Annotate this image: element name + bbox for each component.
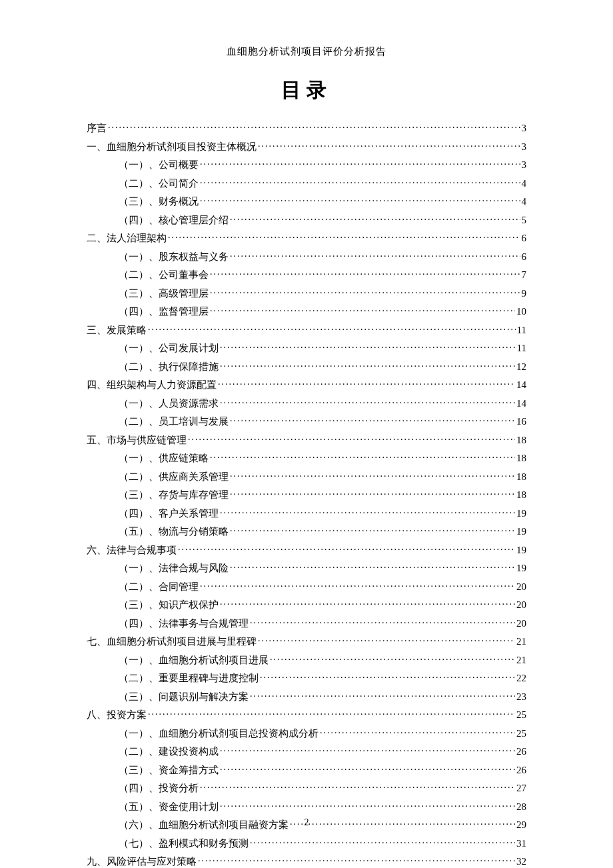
toc-entry-page: 3 — [522, 160, 527, 170]
toc-entry[interactable]: （五）、资金使用计划28 — [87, 800, 526, 812]
toc-entry-label: 九、风险评估与应对策略 — [87, 857, 197, 867]
toc-entry[interactable]: 四、组织架构与人力资源配置14 — [87, 378, 526, 390]
toc-entry[interactable]: （一）、血细胞分析试剂项目总投资构成分析25 — [87, 727, 526, 739]
toc-entry[interactable]: 八、投资方案25 — [87, 708, 526, 720]
toc-entry-page: 23 — [516, 692, 526, 702]
toc-entry-label: （二）、重要里程碑与进度控制 — [119, 673, 259, 683]
toc-entry-label: （三）、财务概况 — [119, 197, 199, 207]
toc-entry[interactable]: （一）、人员资源需求14 — [87, 397, 526, 409]
toc-entry-page: 18 — [516, 490, 526, 500]
toc-entry-page: 20 — [516, 582, 526, 592]
toc-entry-label: （一）、股东权益与义务 — [119, 252, 229, 262]
toc-leader-dots — [250, 690, 515, 700]
toc-leader-dots — [258, 635, 515, 645]
toc-entry[interactable]: （七）、盈利模式和财务预测31 — [87, 837, 526, 849]
toc-entry[interactable]: （一）、血细胞分析试剂项目进展21 — [87, 653, 526, 665]
table-of-contents: 序言3一、血细胞分析试剂项目投资主体概况3（一）、公司概要3（二）、公司简介4（… — [87, 121, 526, 868]
toc-entry[interactable]: （三）、财务概况4 — [87, 195, 526, 207]
toc-entry-page: 28 — [516, 802, 526, 812]
toc-entry[interactable]: 一、血细胞分析试剂项目投资主体概况3 — [87, 140, 526, 152]
toc-entry-page: 19 — [516, 509, 526, 519]
toc-entry-page: 25 — [516, 729, 526, 739]
toc-entry-label: 四、组织架构与人力资源配置 — [87, 380, 217, 390]
toc-leader-dots — [210, 268, 520, 278]
toc-entry-label: （二）、公司董事会 — [119, 270, 209, 280]
toc-entry[interactable]: 六、法律与合规事项19 — [87, 543, 526, 555]
document-page: 血细胞分析试剂项目评价分析报告 目录 序言3一、血细胞分析试剂项目投资主体概况3… — [0, 0, 613, 868]
toc-entry[interactable]: （四）、投资分析27 — [87, 781, 526, 793]
toc-entry-label: （五）、物流与分销策略 — [119, 527, 229, 537]
toc-entry[interactable]: 序言3 — [87, 121, 526, 133]
toc-leader-dots — [200, 158, 520, 168]
toc-entry[interactable]: （二）、合同管理20 — [87, 580, 526, 592]
toc-leader-dots — [258, 140, 520, 150]
toc-entry[interactable]: 九、风险评估与应对策略32 — [87, 855, 526, 867]
toc-entry-page: 19 — [516, 527, 526, 537]
toc-entry[interactable]: 五、市场与供应链管理18 — [87, 433, 526, 445]
toc-entry-label: （二）、执行保障措施 — [119, 362, 219, 372]
toc-entry[interactable]: （二）、建设投资构成26 — [87, 745, 526, 757]
toc-leader-dots — [230, 213, 520, 223]
page-running-header: 血细胞分析试剂项目评价分析报告 — [87, 45, 526, 58]
toc-leader-dots — [188, 433, 515, 443]
toc-entry[interactable]: （一）、公司概要3 — [87, 158, 526, 170]
toc-entry[interactable]: 七、血细胞分析试剂项目进展与里程碑21 — [87, 635, 526, 647]
toc-entry[interactable]: 二、法人治理架构6 — [87, 231, 526, 243]
toc-entry[interactable]: （三）、存货与库存管理18 — [87, 488, 526, 500]
toc-entry[interactable]: （一）、供应链策略18 — [87, 451, 526, 463]
toc-entry-label: （一）、公司发展计划 — [119, 343, 219, 353]
toc-entry-page: 22 — [516, 673, 526, 683]
toc-leader-dots — [230, 488, 515, 498]
toc-leader-dots — [198, 855, 515, 865]
toc-leader-dots — [148, 708, 515, 718]
toc-entry-page: 3 — [522, 123, 527, 133]
toc-entry-page: 19 — [516, 563, 526, 573]
toc-entry[interactable]: （三）、知识产权保护20 — [87, 598, 526, 610]
toc-entry-label: （一）、供应链策略 — [119, 453, 209, 463]
toc-leader-dots — [220, 397, 515, 407]
toc-leader-dots — [168, 231, 520, 241]
toc-entry[interactable]: （四）、客户关系管理19 — [87, 507, 526, 519]
toc-entry[interactable]: （三）、问题识别与解决方案23 — [87, 690, 526, 702]
toc-entry[interactable]: （一）、公司发展计划11 — [87, 341, 526, 353]
toc-entry-page: 27 — [516, 783, 526, 793]
toc-entry-label: （二）、员工培训与发展 — [119, 417, 229, 427]
toc-leader-dots — [200, 580, 515, 590]
toc-entry-page: 14 — [516, 399, 526, 409]
toc-entry[interactable]: （二）、执行保障措施12 — [87, 360, 526, 372]
toc-leader-dots — [230, 415, 515, 425]
toc-entry-label: （三）、知识产权保护 — [119, 600, 219, 610]
toc-leader-dots — [220, 763, 515, 773]
toc-entry[interactable]: （二）、重要里程碑与进度控制22 — [87, 671, 526, 683]
toc-entry[interactable]: （二）、员工培训与发展16 — [87, 415, 526, 427]
toc-entry-label: 一、血细胞分析试剂项目投资主体概况 — [87, 142, 257, 152]
page-number: 2 — [0, 817, 613, 828]
toc-entry[interactable]: （二）、公司董事会7 — [87, 268, 526, 280]
toc-leader-dots — [220, 598, 515, 608]
toc-entry-page: 5 — [522, 215, 527, 225]
toc-entry[interactable]: （一）、法律合规与风险19 — [87, 561, 526, 573]
toc-entry[interactable]: （四）、监督管理层10 — [87, 305, 526, 317]
toc-entry-page: 18 — [516, 472, 526, 482]
toc-entry-page: 11 — [517, 343, 526, 353]
toc-entry[interactable]: （二）、公司简介4 — [87, 177, 526, 189]
toc-entry[interactable]: （五）、物流与分销策略19 — [87, 525, 526, 537]
toc-entry[interactable]: （四）、核心管理层介绍5 — [87, 213, 526, 225]
toc-entry-page: 19 — [516, 545, 526, 555]
toc-leader-dots — [210, 451, 515, 461]
toc-entry-label: （二）、公司简介 — [119, 179, 199, 189]
toc-entry-page: 32 — [516, 857, 526, 867]
toc-leader-dots — [220, 360, 515, 370]
toc-entry-label: （四）、客户关系管理 — [119, 509, 219, 519]
toc-entry-page: 21 — [516, 655, 526, 665]
toc-entry[interactable]: （三）、高级管理层9 — [87, 287, 526, 299]
toc-entry-page: 6 — [522, 252, 527, 262]
toc-entry[interactable]: （二）、供应商关系管理18 — [87, 470, 526, 482]
toc-entry[interactable]: （三）、资金筹措方式26 — [87, 763, 526, 775]
toc-entry[interactable]: （一）、股东权益与义务6 — [87, 250, 526, 262]
toc-entry[interactable]: 三、发展策略11 — [87, 323, 526, 335]
toc-entry-label: 二、法人治理架构 — [87, 233, 167, 243]
toc-heading: 目录 — [87, 77, 526, 104]
toc-entry[interactable]: （四）、法律事务与合规管理20 — [87, 617, 526, 629]
toc-entry-label: 七、血细胞分析试剂项目进展与里程碑 — [87, 637, 257, 647]
